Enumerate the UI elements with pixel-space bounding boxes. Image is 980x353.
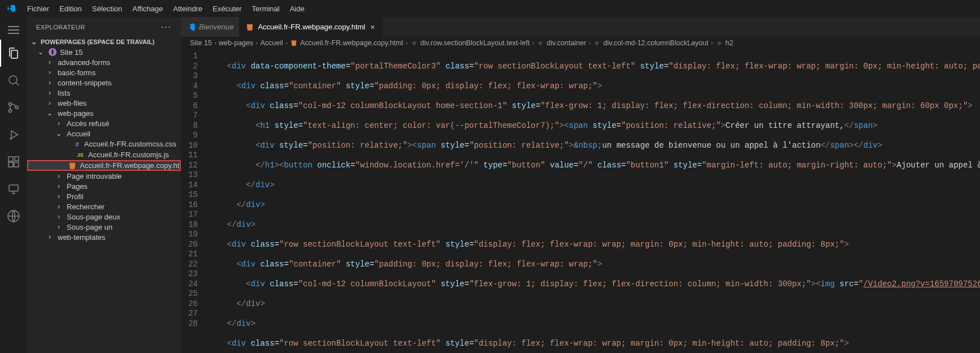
source-control-activity-icon[interactable] — [0, 94, 27, 121]
tree-folder[interactable]: ›Profil — [27, 191, 181, 201]
svg-rect-7 — [14, 162, 19, 167]
hamburger-icon[interactable] — [8, 29, 19, 31]
close-tab-icon[interactable]: × — [368, 23, 376, 31]
tree-folder-webpages[interactable]: ⌄web-pages — [27, 108, 181, 118]
activity-bar — [0, 17, 27, 353]
remote-activity-icon[interactable] — [0, 175, 27, 203]
tabs-bar: Bienvenue Accueil.fr-FR.webpage.copy.htm… — [181, 17, 980, 37]
brackets-icon: ⟐ — [536, 39, 544, 47]
code-content[interactable]: <div data-component-theme="portalThemeCo… — [208, 49, 980, 353]
crumb: ⟐h2 — [716, 39, 734, 47]
menu-edition[interactable]: Edition — [55, 2, 86, 15]
line-gutter: 1234567891011121314151617181920212223242… — [181, 49, 208, 353]
site-icon — [49, 48, 57, 56]
tab-bienvenue[interactable]: Bienvenue — [181, 17, 240, 37]
tree-root[interactable]: ⌄ Site 15 — [27, 47, 181, 57]
breadcrumb[interactable]: Site 15› web-pages› Accueil› Accueil.fr-… — [181, 37, 980, 49]
sidebar: EXPLORATEUR ··· ⌄POWERPAGES (ESPACE DE T… — [27, 17, 181, 353]
tab-accueil-html[interactable]: Accueil.fr-FR.webpage.copy.html × — [240, 17, 383, 37]
powerpages-activity-icon[interactable] — [0, 203, 27, 230]
editor-area: Bienvenue Accueil.fr-FR.webpage.copy.htm… — [181, 17, 980, 353]
crumb: Accueil.fr-FR.webpage.copy.html — [290, 39, 403, 47]
html-file-icon — [290, 39, 298, 47]
crumb: ⟐div.row.sectionBlockLayout.text-left — [410, 39, 530, 47]
svg-point-2 — [9, 110, 12, 113]
app-menu: Fichier Edition Sélection Affichage Atte… — [23, 2, 309, 15]
menu-executer[interactable]: Exécuter — [208, 2, 246, 15]
tree-folder[interactable]: ›advanced-forms — [27, 57, 181, 67]
tree-folder[interactable]: ›Accès refusé — [27, 118, 181, 128]
svg-point-4 — [10, 138, 11, 139]
svg-rect-9 — [9, 185, 18, 191]
tree-folder[interactable]: ›Sous-page un — [27, 222, 181, 232]
menu-terminal[interactable]: Terminal — [248, 2, 284, 15]
tree-file-active[interactable]: ·Accueil.fr-FR.webpage.copy.html — [27, 160, 181, 171]
sidebar-title: EXPLORATEUR — [36, 24, 85, 31]
search-activity-icon[interactable] — [0, 67, 27, 94]
tree-folder[interactable]: ›Sous-page deux — [27, 212, 181, 222]
svg-rect-8 — [15, 157, 19, 161]
titlebar: Fichier Edition Sélection Affichage Atte… — [0, 0, 980, 17]
tree-folder[interactable]: ›Pages — [27, 181, 181, 191]
vscode-icon — [187, 23, 196, 32]
menu-atteindre[interactable]: Atteindre — [168, 2, 207, 15]
sidebar-more-icon[interactable]: ··· — [161, 22, 172, 32]
svg-rect-6 — [8, 162, 13, 167]
brackets-icon: ⟐ — [593, 39, 601, 47]
menu-aide[interactable]: Aide — [285, 2, 309, 15]
svg-rect-5 — [8, 157, 13, 161]
svg-point-0 — [9, 76, 17, 84]
tree-folder[interactable]: ›Page introuvable — [27, 171, 181, 181]
sidebar-header: EXPLORATEUR ··· — [27, 17, 181, 37]
crumb: web-pages — [219, 39, 253, 47]
tree-folder[interactable]: ›web-files — [27, 98, 181, 108]
css-file-icon: # — [73, 140, 80, 149]
html-file-icon — [245, 23, 254, 32]
tree-file[interactable]: ·#Accueil.fr-FR.customcss.css — [27, 139, 181, 149]
js-file-icon: JS — [76, 150, 85, 160]
menu-selection[interactable]: Sélection — [88, 2, 127, 15]
svg-point-1 — [9, 103, 12, 106]
crumb: ⟐div.col-md-12.columnBlockLayout — [593, 39, 708, 47]
tree-folder[interactable]: ›Rechercher — [27, 201, 181, 212]
tree-folder[interactable]: ›basic-forms — [27, 67, 181, 78]
html-file-icon — [68, 161, 76, 170]
file-tree: ⌄POWERPAGES (ESPACE DE TRAVAIL) ⌄ Site 1… — [27, 37, 181, 353]
workspace-section[interactable]: ⌄POWERPAGES (ESPACE DE TRAVAIL) — [27, 37, 181, 47]
tree-folder-accueil[interactable]: ⌄Accueil — [27, 128, 181, 139]
menu-fichier[interactable]: Fichier — [23, 2, 54, 15]
tree-folder[interactable]: ›lists — [27, 88, 181, 98]
crumb: Site 15 — [190, 39, 212, 47]
brackets-icon: ⟐ — [716, 39, 723, 47]
extensions-activity-icon[interactable] — [0, 148, 27, 175]
tree-folder[interactable]: ›content-snippets — [27, 78, 181, 88]
run-debug-activity-icon[interactable] — [0, 121, 27, 148]
crumb: Accueil — [260, 39, 283, 47]
tree-file[interactable]: ·JSAccueil.fr-FR.customjs.js — [27, 149, 181, 160]
code-editor[interactable]: 1234567891011121314151617181920212223242… — [181, 49, 980, 353]
tree-folder[interactable]: ›web-templates — [27, 232, 181, 242]
explorer-activity-icon[interactable] — [0, 40, 27, 67]
menu-affichage[interactable]: Affichage — [128, 2, 167, 15]
brackets-icon: ⟐ — [410, 39, 418, 47]
crumb: ⟐div.container — [536, 39, 586, 47]
vscode-logo-icon — [7, 4, 16, 13]
